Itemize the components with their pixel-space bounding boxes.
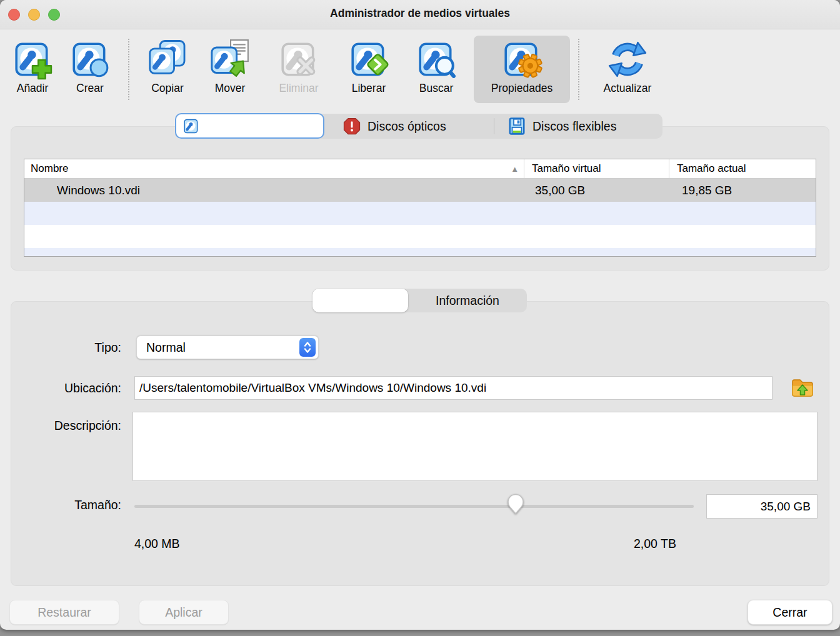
size-slider-thumb[interactable] xyxy=(506,493,525,515)
warning-stop-icon xyxy=(342,117,361,136)
floppy-disk-icon xyxy=(508,117,526,136)
tab-information[interactable]: Información xyxy=(408,289,527,312)
tab-attributes[interactable] xyxy=(312,289,408,312)
restore-button[interactable]: Restaurar xyxy=(9,600,119,625)
toolbar-copy-label: Copiar xyxy=(151,82,184,95)
actual-size-cell: 19,85 GB xyxy=(669,184,816,197)
media-name-cell: Windows 10.vdi xyxy=(24,184,524,197)
column-header-virtual-size[interactable]: Tamaño virtual xyxy=(524,159,669,178)
media-table: Nombre ▲ Tamaño virtual Tamaño actual Wi… xyxy=(24,159,816,257)
toolbar-properties-button[interactable]: Propiedades xyxy=(474,36,570,103)
toolbar-copy-button[interactable]: Copiar xyxy=(140,36,195,103)
tab-divider xyxy=(494,118,494,134)
refresh-icon xyxy=(607,39,648,80)
size-label: Tamaño: xyxy=(25,498,121,512)
disk-add-icon xyxy=(12,39,53,80)
toolbar-search-label: Buscar xyxy=(419,82,453,95)
tab-floppy-disks[interactable]: Discos flexibles xyxy=(532,114,616,139)
close-button[interactable]: Cerrar xyxy=(748,600,832,625)
toolbar-release-label: Liberar xyxy=(352,82,386,95)
empty-row xyxy=(24,202,816,225)
disk-delete-icon xyxy=(278,39,319,80)
column-header-actual-size[interactable]: Tamaño actual xyxy=(669,159,816,178)
tab-hard-disks[interactable] xyxy=(175,113,324,139)
toolbar-create-label: Crear xyxy=(76,82,104,95)
column-header-name[interactable]: Nombre ▲ xyxy=(24,159,524,178)
toolbar-search-button[interactable]: Buscar xyxy=(410,36,462,103)
virtual-media-manager-window: Administrador de medios virtuales Añadir… xyxy=(0,0,840,630)
location-input[interactable]: /Users/talentomobile/VirtualBox VMs/Wind… xyxy=(134,376,772,400)
column-virtual-size-label: Tamaño virtual xyxy=(532,162,601,175)
size-value-input[interactable]: 35,00 GB xyxy=(706,494,818,519)
location-label: Ubicación: xyxy=(25,381,121,395)
window-title: Administrador de medios virtuales xyxy=(0,7,840,20)
toolbar-delete-label: Eliminar xyxy=(279,82,318,95)
column-name-label: Nombre xyxy=(31,162,68,175)
description-label: Descripción: xyxy=(25,419,121,433)
toolbar-refresh-button[interactable]: Actualizar xyxy=(595,36,660,103)
choose-location-button[interactable] xyxy=(791,377,814,399)
toolbar-delete-button: Eliminar xyxy=(271,36,326,103)
apply-button[interactable]: Aplicar xyxy=(139,600,229,625)
table-header: Nombre ▲ Tamaño virtual Tamaño actual xyxy=(24,159,816,179)
chevron-up-down-icon xyxy=(299,338,316,357)
toolbar-separator xyxy=(578,39,579,100)
empty-row xyxy=(24,248,816,257)
disk-properties-icon xyxy=(501,39,542,80)
toolbar-add-button[interactable]: Añadir xyxy=(6,36,59,103)
toolbar-move-button[interactable]: Mover xyxy=(204,36,256,103)
disk-copy-icon xyxy=(147,39,188,80)
column-actual-size-label: Tamaño actual xyxy=(677,162,746,175)
title-bar: Administrador de medios virtuales xyxy=(0,0,840,29)
folder-up-icon xyxy=(791,377,814,398)
sort-ascending-icon: ▲ xyxy=(511,164,519,174)
toolbar-properties-label: Propiedades xyxy=(491,82,552,95)
table-row-windows10[interactable]: Windows 10.vdi 35,00 GB 19,85 GB xyxy=(24,179,816,202)
virtual-size-cell: 35,00 GB xyxy=(524,184,669,197)
disk-search-icon xyxy=(416,39,457,80)
toolbar-add-label: Añadir xyxy=(17,82,49,95)
tab-optical-disks-icon-wrap xyxy=(342,117,361,136)
size-slider-track[interactable] xyxy=(134,505,694,508)
size-min-label: 4,00 MB xyxy=(134,537,180,551)
disk-move-icon xyxy=(209,39,251,80)
disk-release-icon xyxy=(348,39,389,80)
toolbar-release-button[interactable]: Liberar xyxy=(342,36,395,103)
toolbar-create-button[interactable]: Crear xyxy=(64,36,116,103)
type-select-value: Normal xyxy=(137,340,299,355)
type-select[interactable]: Normal xyxy=(136,335,319,359)
tab-floppy-disks-icon-wrap xyxy=(508,117,526,136)
description-textarea[interactable] xyxy=(132,412,818,481)
type-label: Tipo: xyxy=(25,340,121,355)
tab-optical-disks[interactable]: Discos ópticos xyxy=(368,114,446,139)
disk-create-icon xyxy=(69,39,111,80)
toolbar-move-label: Mover xyxy=(215,82,246,95)
hard-disk-icon xyxy=(182,117,200,135)
toolbar-refresh-label: Actualizar xyxy=(604,82,652,95)
toolbar-separator xyxy=(128,39,129,100)
size-max-label: 2,00 TB xyxy=(634,537,676,551)
empty-row xyxy=(24,225,816,248)
